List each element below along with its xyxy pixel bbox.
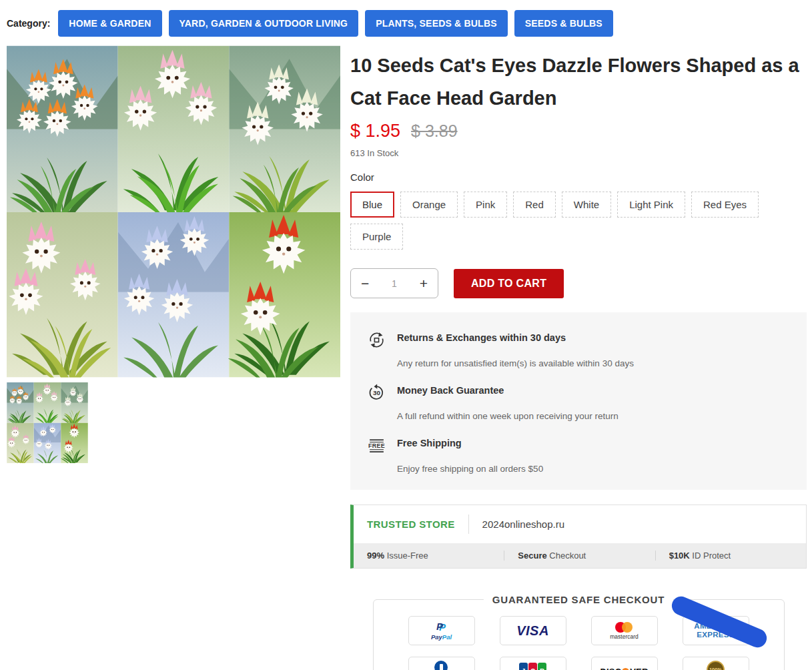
current-price: $ 1.95 [350, 121, 400, 141]
stat-issue-free: 99% Issue-Free [354, 551, 504, 561]
jcb-logo: J C B [500, 657, 566, 670]
trusted-store-box: TRUSTED STORE 2024onlineshop.ru 99% Issu… [350, 505, 807, 569]
purchase-row: − 1 + ADD TO CART [350, 268, 807, 298]
safe-checkout-title: GUARANTEED SAFE CHECKOUT [484, 594, 673, 605]
color-option-red-eyes[interactable]: Red Eyes [691, 192, 759, 218]
svg-text:30: 30 [373, 390, 380, 397]
perk-desc: Enjoy free shipping on all orders $50 [397, 464, 793, 474]
category-button-plants-seeds-bulbs[interactable]: PLANTS, SEEDS & BULBS [365, 10, 508, 37]
returns-exchange-icon [368, 331, 386, 349]
perk-title: Free Shipping [397, 438, 793, 448]
stat-id-protect: $10K ID Protect [655, 551, 806, 561]
paypal-logo: P P PayPal [408, 616, 475, 645]
product-page: Category: HOME & GARDEN YARD, GARDEN & O… [0, 0, 812, 670]
visa-logo: VISA [500, 616, 566, 645]
mastercard-circles-icon [615, 622, 633, 633]
stock-status: 613 In Stock [350, 148, 807, 158]
perk-title: Returns & Exchanges within 30 days [397, 332, 793, 343]
quantity-increase-button[interactable]: + [420, 276, 428, 290]
old-price: $ 3.89 [411, 121, 458, 141]
perk-desc: Any return for unsatisfied item(s) is av… [397, 358, 793, 368]
paypal-monogram-icon: P P [436, 621, 446, 633]
gold-badge-icon: 100% [703, 661, 729, 670]
diners-club-logo: Diners Club [408, 657, 475, 670]
gold-quality-badge: 100% [683, 657, 749, 670]
color-option-pink[interactable]: Pink [464, 192, 507, 218]
discover-logo: DISC VER [591, 657, 658, 670]
category-row: Category: HOME & GARDEN YARD, GARDEN & O… [7, 10, 807, 37]
blue-marker-scribble [669, 594, 769, 651]
perk-returns: Returns & Exchanges within 30 days Any r… [368, 332, 793, 368]
perk-free-shipping: FREE Free Shipping Enjoy free shipping o… [368, 438, 793, 474]
color-option-purple[interactable]: Purple [350, 224, 403, 250]
free-shipping-icon: FREE [368, 436, 386, 454]
color-option-red[interactable]: Red [513, 192, 556, 218]
safe-checkout-box: GUARANTEED SAFE CHECKOUT P P PayPal [373, 599, 785, 670]
mastercard-logo: mastercard [591, 616, 658, 645]
perk-money-back: 30 Money Back Guarantee A full refund wi… [368, 385, 793, 421]
vertical-divider [468, 515, 469, 534]
store-domain: 2024onlineshop.ru [482, 519, 564, 530]
color-option-white[interactable]: White [562, 192, 611, 218]
product-main-image[interactable] [7, 45, 340, 378]
color-label: Color [350, 172, 807, 183]
product-details: 10 Seeds Cat's Eyes Dazzle Flowers Shape… [350, 45, 807, 670]
color-option-blue[interactable]: Blue [350, 192, 394, 218]
perks-panel: Returns & Exchanges within 30 days Any r… [350, 312, 807, 490]
diners-club-circle-icon [434, 661, 448, 670]
trusted-store-header: TRUSTED STORE 2024onlineshop.ru [354, 505, 806, 543]
color-options: Blue Orange Pink Red White Light Pink Re… [350, 192, 807, 250]
quantity-stepper: − 1 + [350, 268, 438, 298]
quantity-decrease-button[interactable]: − [361, 276, 369, 290]
trusted-store-stats: 99% Issue-Free Secure Checkout $10K ID P… [354, 543, 806, 568]
quantity-value[interactable]: 1 [392, 278, 397, 289]
category-label: Category: [7, 18, 50, 29]
perk-desc: A full refund within one week upon recei… [397, 411, 793, 421]
trusted-store-label: TRUSTED STORE [367, 519, 455, 530]
price-row: $ 1.95 $ 3.89 [350, 121, 807, 141]
color-option-orange[interactable]: Orange [400, 192, 458, 218]
product-thumbnail[interactable] [7, 382, 88, 463]
american-express-logo: AMERICAN EXPRESS [683, 616, 749, 645]
category-button-yard-garden-outdoor[interactable]: YARD, GARDEN & OUTDOOR LIVING [169, 10, 359, 37]
category-button-home-garden[interactable]: HOME & GARDEN [58, 10, 161, 37]
product-title: 10 Seeds Cat's Eyes Dazzle Flowers Shape… [350, 49, 807, 114]
color-option-light-pink[interactable]: Light Pink [617, 192, 685, 218]
product-gallery [7, 45, 340, 670]
money-back-icon: 30 [368, 384, 386, 402]
category-button-seeds-bulbs[interactable]: SEEDS & BULBS [514, 10, 613, 37]
perk-title: Money Back Guarantee [397, 385, 793, 396]
add-to-cart-button[interactable]: ADD TO CART [454, 269, 564, 298]
stat-secure-checkout: Secure Checkout [504, 551, 655, 561]
payment-methods-grid: P P PayPal VISA [374, 616, 784, 670]
svg-text:FREE: FREE [368, 443, 385, 450]
